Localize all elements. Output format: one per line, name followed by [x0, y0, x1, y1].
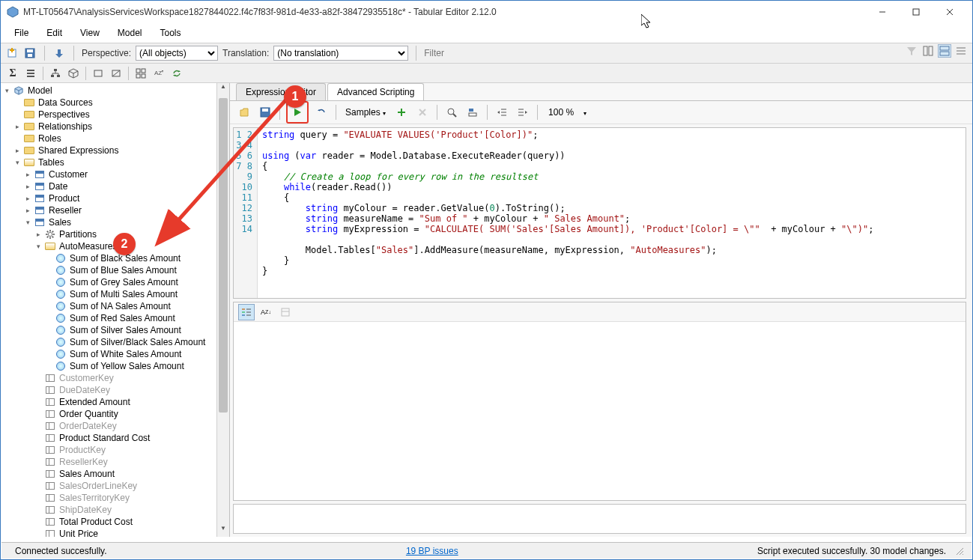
layout-icon-3[interactable]	[954, 44, 968, 58]
outdent-icon[interactable]	[494, 104, 510, 121]
tree-node[interactable]: Sum of Grey Sales Amount	[1, 276, 229, 288]
tree-node[interactable]: Total Product Cost	[1, 516, 229, 528]
translation-label: Translation:	[222, 48, 269, 58]
tree-node[interactable]: Sum of Yellow Sales Amount	[1, 360, 229, 372]
grid-icon[interactable]	[133, 66, 148, 81]
svg-rect-40	[142, 74, 145, 78]
tree-node[interactable]: ▾Sales	[1, 216, 229, 228]
tree-node[interactable]: ▸Reseller	[1, 204, 229, 216]
tree-node[interactable]: ▾Tables	[1, 156, 229, 168]
tab-expression-editor[interactable]: Expression Editor	[236, 83, 326, 100]
resize-grip-icon[interactable]	[954, 545, 966, 557]
filter-input[interactable]	[424, 46, 798, 61]
status-bar: Connected succesfully. 19 BP issues Scri…	[1, 542, 972, 559]
indent-icon[interactable]	[515, 104, 531, 121]
layout-icon-2[interactable]	[938, 44, 951, 58]
hierarchy-icon[interactable]	[48, 66, 63, 81]
tab-advanced-scripting[interactable]: Advanced Scripting	[327, 83, 424, 100]
deploy-icon[interactable]	[52, 46, 66, 60]
title-bar: MT-LT05647\AnalysisServicesWorkspace1827…	[1, 1, 972, 23]
sigma-icon[interactable]: Σ	[5, 66, 20, 81]
tree-node[interactable]: OrderDateKey	[1, 420, 229, 432]
tree-node[interactable]: Sum of NA Sales Amount	[1, 300, 229, 312]
scroll-up-icon[interactable]: ▲	[217, 83, 229, 95]
svg-rect-10	[28, 54, 32, 57]
svg-rect-21	[27, 73, 34, 74]
delete-icon[interactable]	[414, 104, 431, 121]
status-bp-link[interactable]: 19 BP issues	[398, 546, 466, 556]
tree-node[interactable]: Sum of Black Sales Amount	[1, 252, 229, 264]
tree-node[interactable]: ShipDateKey	[1, 504, 229, 516]
status-script: Script executed succesfully. 30 model ch…	[750, 546, 954, 556]
tree-node[interactable]: Unit Price	[1, 528, 229, 537]
add-icon[interactable]	[393, 104, 410, 121]
menu-file[interactable]: File	[5, 25, 37, 41]
close-button[interactable]	[933, 1, 966, 23]
tree-node[interactable]: Sales Amount	[1, 468, 229, 480]
tree-node[interactable]: ▸Date	[1, 180, 229, 192]
tree-scrollbar[interactable]: ▲ ▼	[216, 83, 229, 537]
tree-node[interactable]: Sum of Silver Sales Amount	[1, 324, 229, 336]
maximize-button[interactable]	[899, 1, 933, 23]
tree-node[interactable]: ▸Shared Expressions	[1, 144, 229, 156]
layout-icon-1[interactable]	[921, 44, 935, 58]
undo-icon[interactable]	[313, 104, 330, 121]
tree-node[interactable]: Sum of White Sales Amount	[1, 348, 229, 360]
save-icon[interactable]	[23, 46, 37, 60]
app-icon	[7, 6, 19, 18]
format-icon[interactable]	[464, 104, 481, 121]
alphabetical-icon[interactable]: AZ↓	[258, 304, 274, 320]
zoom-combo[interactable]: 100 % ▾	[544, 106, 591, 119]
filter-icon[interactable]	[905, 44, 918, 58]
tree-node[interactable]: Sum of Red Sales Amount	[1, 312, 229, 324]
tree-node[interactable]: Sum of Multi Sales Amount	[1, 288, 229, 300]
property-pages-icon[interactable]	[277, 304, 294, 320]
menu-model[interactable]: Model	[109, 25, 151, 41]
sort-asc-icon[interactable]: AZ	[151, 66, 166, 81]
tree-node[interactable]: Perspectives	[1, 109, 229, 121]
samples-dropdown[interactable]: Samples ▾	[342, 106, 389, 119]
tree-node[interactable]: ▸Product	[1, 192, 229, 204]
tree-node[interactable]: DueDateKey	[1, 384, 229, 396]
tree-node[interactable]: ResellerKey	[1, 456, 229, 468]
tree-node[interactable]: Sum of Silver/Black Sales Amount	[1, 336, 229, 348]
list-icon[interactable]	[23, 66, 38, 81]
tree-node[interactable]: Data Sources	[1, 97, 229, 109]
tree-node[interactable]: Extended Amount	[1, 396, 229, 408]
diag-icon[interactable]	[109, 66, 124, 81]
model-tree[interactable]: ▾ModelData SourcesPerspectives▸Relations…	[1, 83, 229, 537]
tree-node[interactable]: CustomerKey	[1, 372, 229, 384]
scroll-thumb[interactable]	[219, 98, 228, 413]
tree-node[interactable]: SalesTerritoryKey	[1, 492, 229, 504]
tree-node[interactable]: ▸Relationships	[1, 121, 229, 133]
new-icon[interactable]	[5, 46, 19, 60]
svg-rect-34	[94, 70, 102, 76]
rect-icon[interactable]	[91, 66, 106, 81]
scroll-down-icon[interactable]: ▼	[217, 525, 229, 537]
minimize-button[interactable]	[865, 1, 899, 23]
menu-edit[interactable]: Edit	[37, 25, 71, 41]
translation-select[interactable]: (No translation)	[273, 46, 408, 61]
annotation-badge-1: 1	[284, 85, 306, 108]
tree-node[interactable]: Roles	[1, 133, 229, 144]
save-script-icon[interactable]	[257, 104, 273, 121]
tree-node[interactable]: ▸Customer	[1, 168, 229, 180]
open-script-icon[interactable]	[236, 104, 252, 121]
categorized-icon[interactable]	[238, 304, 255, 320]
svg-rect-68	[469, 109, 473, 112]
tree-node[interactable]: SalesOrderLineKey	[1, 480, 229, 492]
tree-node[interactable]: Order Quantity	[1, 408, 229, 420]
search-icon[interactable]	[443, 104, 460, 121]
cube-icon[interactable]	[66, 66, 81, 81]
menu-tools[interactable]: Tools	[151, 25, 190, 41]
menu-view[interactable]: View	[71, 25, 109, 41]
tree-node[interactable]: ▾Model	[1, 85, 229, 97]
perspective-select[interactable]: (All objects)	[136, 46, 218, 61]
tree-node[interactable]: Product Standard Cost	[1, 432, 229, 444]
tree-node[interactable]: Sum of Blue Sales Amount	[1, 264, 229, 276]
code-editor[interactable]: 1 2 3 4 5 6 7 8 9 10 11 12 13 14 string …	[233, 127, 966, 299]
tree-node[interactable]: ProductKey	[1, 444, 229, 456]
refresh-icon[interactable]	[169, 66, 184, 81]
svg-marker-60	[294, 109, 301, 116]
code-area[interactable]: string query = "EVALUATE VALUES('Product…	[258, 128, 966, 298]
